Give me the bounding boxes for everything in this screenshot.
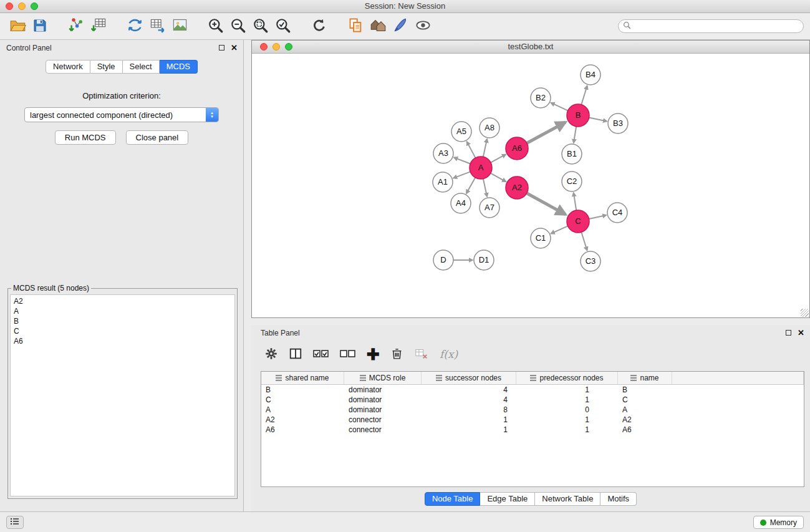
result-item[interactable]: A2 — [14, 296, 231, 306]
memory-button[interactable]: Memory — [753, 516, 804, 529]
network-edge-A-A8[interactable] — [483, 139, 487, 157]
select-all-button[interactable] — [313, 345, 329, 364]
close-panel-icon[interactable]: ✕ — [231, 44, 238, 51]
tab-network[interactable]: Network — [46, 60, 90, 74]
show-hide-button[interactable] — [412, 15, 434, 37]
annotation-button[interactable] — [389, 15, 412, 37]
tab-node-table[interactable]: Node Table — [425, 492, 481, 506]
network-node-B2[interactable]: B2 — [531, 88, 551, 108]
column-header-name[interactable]: name — [618, 372, 672, 384]
import-table-button[interactable] — [87, 15, 110, 37]
add-column-button[interactable]: ✚ — [367, 345, 380, 364]
close-window-button[interactable] — [6, 2, 13, 10]
search-box[interactable] — [618, 19, 804, 33]
close-panel-button[interactable]: Close panel — [126, 130, 189, 145]
delete-table-button[interactable] — [414, 345, 429, 364]
tab-style[interactable]: Style — [90, 60, 123, 74]
column-header-successor-nodes[interactable]: successor nodes — [422, 372, 516, 384]
criterion-dropdown[interactable]: largest connected component (directed) ▲… — [24, 107, 219, 122]
run-mcds-button[interactable]: Run MCDS — [55, 130, 116, 145]
export-image-button[interactable] — [168, 15, 191, 37]
network-node-B3[interactable]: B3 — [608, 114, 628, 133]
open-session-button[interactable] — [6, 15, 29, 37]
network-edge-C-C3[interactable] — [581, 232, 587, 251]
column-header-shared-name[interactable]: shared name — [261, 372, 344, 384]
function-builder-button[interactable]: f(x) — [440, 345, 458, 364]
delete-column-button[interactable] — [390, 345, 403, 364]
resize-grip-icon[interactable] — [801, 309, 809, 317]
network-node-A[interactable]: A — [470, 157, 492, 179]
network-node-D[interactable]: D — [433, 250, 453, 270]
network-edge-B-B1[interactable] — [574, 127, 576, 143]
network-node-C[interactable]: C — [567, 210, 589, 233]
network-edge-A-A2[interactable] — [491, 173, 506, 182]
export-table-button[interactable] — [146, 15, 168, 37]
network-view-button[interactable] — [123, 15, 146, 37]
table-row[interactable]: Cdominator41C — [261, 395, 804, 405]
network-node-B[interactable]: B — [567, 104, 589, 127]
refresh-button[interactable] — [308, 15, 330, 37]
network-graph[interactable]: B4B2BB3A5A8A6B1A3AA1C2A2A4A7C4CC1C3DD1 — [252, 54, 809, 317]
zoom-window-button[interactable] — [31, 2, 38, 10]
network-node-A6[interactable]: A6 — [506, 137, 528, 160]
tab-network-table[interactable]: Network Table — [535, 492, 600, 506]
network-minimize-button[interactable] — [272, 43, 280, 51]
network-node-A5[interactable]: A5 — [451, 122, 471, 142]
network-edge-C-C2[interactable] — [574, 193, 576, 210]
network-edge-B-B3[interactable] — [589, 118, 607, 122]
network-edge-B-B4[interactable] — [581, 85, 587, 105]
network-node-A4[interactable]: A4 — [451, 193, 471, 213]
zoom-in-button[interactable] — [205, 15, 227, 37]
network-zoom-button[interactable] — [285, 43, 292, 51]
tab-edge-table[interactable]: Edge Table — [480, 492, 535, 506]
network-edge-A-A6[interactable] — [491, 154, 506, 162]
show-columns-button[interactable] — [289, 345, 302, 364]
network-node-A7[interactable]: A7 — [480, 198, 499, 218]
network-edge-A-A3[interactable] — [454, 157, 470, 163]
network-edge-A-A4[interactable] — [466, 178, 475, 194]
network-edge-C-C4[interactable] — [589, 215, 607, 219]
network-node-B4[interactable]: B4 — [581, 65, 600, 85]
network-node-C4[interactable]: C4 — [607, 203, 627, 223]
network-edge-A6-B[interactable] — [527, 122, 566, 143]
network-edge-A-A7[interactable] — [483, 179, 487, 197]
search-input[interactable] — [634, 22, 799, 31]
network-node-D1[interactable]: D1 — [474, 250, 494, 270]
network-edge-B-B2[interactable] — [551, 103, 567, 111]
network-node-A2[interactable]: A2 — [506, 177, 528, 199]
network-node-A3[interactable]: A3 — [433, 143, 453, 163]
result-item[interactable]: A — [14, 306, 231, 316]
tab-mcds[interactable]: MCDS — [160, 60, 198, 74]
table-row[interactable]: A6connector11A6 — [261, 425, 804, 435]
network-edge-A2-C[interactable] — [527, 193, 566, 215]
task-history-button[interactable] — [6, 516, 24, 529]
zoom-fit-button[interactable] — [249, 15, 272, 37]
home-button[interactable] — [367, 15, 389, 37]
result-item[interactable]: B — [14, 316, 231, 326]
network-edge-A-A5[interactable] — [466, 142, 475, 158]
network-node-B1[interactable]: B1 — [562, 144, 582, 164]
network-node-A1[interactable]: A1 — [433, 172, 453, 192]
network-node-C1[interactable]: C1 — [531, 228, 551, 248]
table-settings-button[interactable] — [264, 345, 278, 364]
deselect-all-button[interactable] — [340, 345, 356, 364]
table-row[interactable]: A2connector11A2 — [261, 415, 804, 425]
column-header-mcds-role[interactable]: MCDS role — [344, 372, 422, 384]
zoom-selected-button[interactable] — [272, 15, 294, 37]
network-edge-A-A1[interactable] — [453, 172, 470, 178]
network-node-A8[interactable]: A8 — [480, 118, 499, 138]
table-row[interactable]: Adominator80A — [261, 405, 804, 415]
network-edge-C-C1[interactable] — [551, 226, 567, 233]
result-item[interactable]: A6 — [14, 336, 231, 346]
network-close-button[interactable] — [260, 43, 268, 51]
mcds-result-list[interactable]: A2ABCA6 — [10, 294, 235, 496]
float-panel-icon[interactable] — [219, 45, 224, 51]
minimize-window-button[interactable] — [18, 2, 26, 10]
zoom-out-button[interactable] — [227, 15, 249, 37]
column-header-predecessor-nodes[interactable]: predecessor nodes — [516, 372, 618, 384]
network-node-C3[interactable]: C3 — [581, 251, 600, 271]
tab-motifs[interactable]: Motifs — [600, 492, 637, 506]
import-network-button[interactable] — [65, 15, 87, 37]
table-close-panel-icon[interactable]: ✕ — [798, 329, 804, 336]
copy-view-button[interactable] — [344, 15, 367, 37]
